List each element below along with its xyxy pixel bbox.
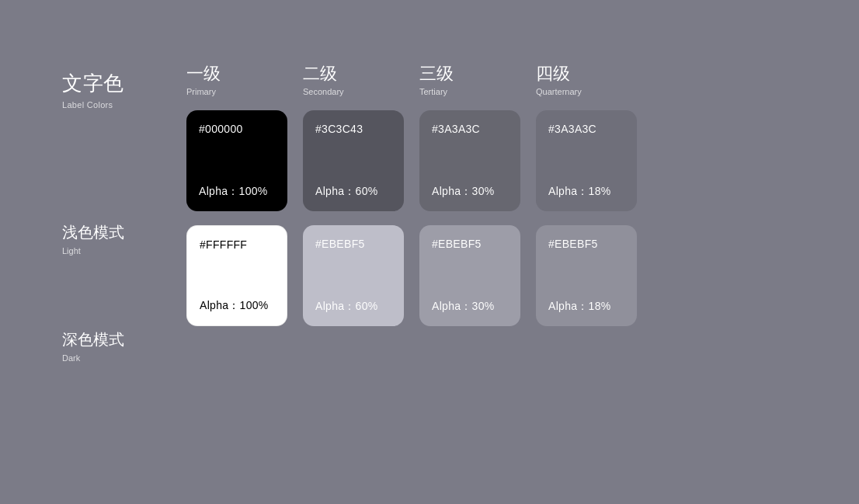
- dark-tertiary-card: #EBEBF5 Alpha：30%: [419, 225, 520, 326]
- light-secondary-alpha: Alpha：60%: [315, 185, 391, 199]
- dark-quarternary-alpha: Alpha：18%: [548, 300, 624, 314]
- col-header-tertiary: 三级 Tertiary: [419, 62, 520, 96]
- col-zh-1: 二级: [303, 62, 404, 85]
- col-zh-2: 三级: [419, 62, 520, 85]
- light-mode-zh: 浅色模式: [62, 222, 186, 243]
- light-secondary-hex: #3C3C43: [315, 123, 391, 135]
- dark-secondary-card: #EBEBF5 Alpha：60%: [303, 225, 404, 326]
- light-primary-alpha: Alpha：100%: [199, 185, 275, 199]
- col-header-secondary: 二级 Secondary: [303, 62, 404, 96]
- col-header-quarternary: 四级 Quarternary: [536, 62, 637, 96]
- light-primary-hex: #000000: [199, 123, 275, 135]
- dark-tertiary-hex: #EBEBF5: [432, 238, 508, 250]
- dark-primary-card: #FFFFFF Alpha：100%: [186, 225, 287, 326]
- col-zh-3: 四级: [536, 62, 637, 85]
- col-en-1: Secondary: [303, 87, 404, 96]
- light-quarternary-card: #3A3A3C Alpha：18%: [536, 110, 637, 211]
- col-en-0: Primary: [186, 87, 287, 96]
- dark-mode-zh: 深色模式: [62, 329, 186, 350]
- light-quarternary-alpha: Alpha：18%: [548, 185, 624, 199]
- light-tertiary-hex: #3A3A3C: [432, 123, 508, 135]
- light-tertiary-card: #3A3A3C Alpha：30%: [419, 110, 520, 211]
- dark-secondary-alpha: Alpha：60%: [315, 300, 391, 314]
- light-primary-card: #000000 Alpha：100%: [186, 110, 287, 211]
- col-en-2: Tertiary: [419, 87, 520, 96]
- label-section: 文字色 Label Colors: [62, 70, 186, 109]
- light-mode-en: Light: [62, 246, 186, 255]
- light-quarternary-hex: #3A3A3C: [548, 123, 624, 135]
- dark-mode-en: Dark: [62, 353, 186, 363]
- columns-header: 一级 Primary 二级 Secondary 三级 Tertiary 四级 Q…: [186, 62, 797, 96]
- dark-mode-label: 深色模式 Dark: [62, 329, 186, 363]
- dark-secondary-hex: #EBEBF5: [315, 238, 391, 250]
- dark-primary-hex: #FFFFFF: [200, 238, 274, 251]
- label-title-en: Label Colors: [62, 100, 186, 109]
- left-labels: 文字色 Label Colors 浅色模式 Light 深色模式 Dark: [62, 62, 186, 363]
- dark-quarternary-card: #EBEBF5 Alpha：18%: [536, 225, 637, 326]
- light-tertiary-alpha: Alpha：30%: [432, 185, 508, 199]
- col-zh-0: 一级: [186, 62, 287, 85]
- label-title-zh: 文字色: [62, 70, 186, 97]
- right-content: 一级 Primary 二级 Secondary 三级 Tertiary 四级 Q…: [186, 62, 797, 363]
- col-header-primary: 一级 Primary: [186, 62, 287, 96]
- dark-cards-row: #FFFFFF Alpha：100% #EBEBF5 Alpha：60% #EB…: [186, 225, 797, 326]
- dark-quarternary-hex: #EBEBF5: [548, 238, 624, 250]
- light-secondary-card: #3C3C43 Alpha：60%: [303, 110, 404, 211]
- light-mode-label: 浅色模式 Light: [62, 222, 186, 255]
- dark-tertiary-alpha: Alpha：30%: [432, 300, 508, 314]
- main-container: 文字色 Label Colors 浅色模式 Light 深色模式 Dark 一级…: [0, 0, 859, 409]
- dark-primary-alpha: Alpha：100%: [200, 299, 274, 313]
- light-cards-row: #000000 Alpha：100% #3C3C43 Alpha：60% #3A…: [186, 110, 797, 211]
- col-en-3: Quarternary: [536, 87, 637, 96]
